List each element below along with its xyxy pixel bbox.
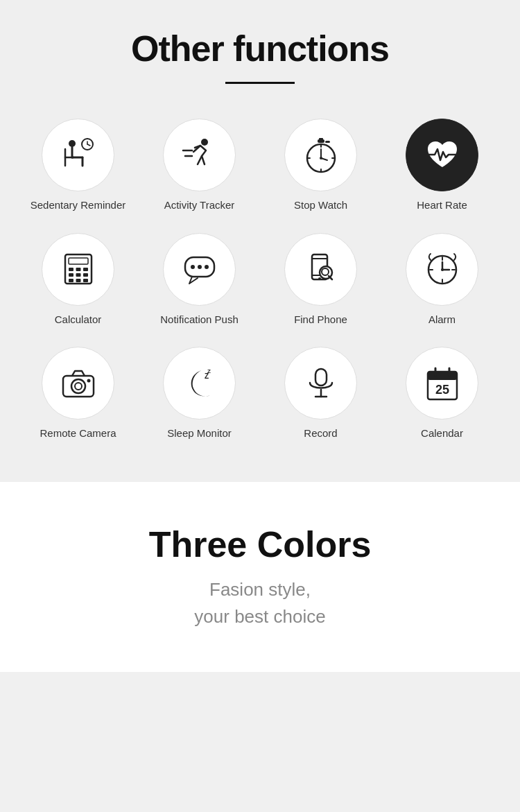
calendar-icon-circle: 25: [406, 347, 478, 420]
sedentary-reminder-icon: [58, 135, 98, 175]
svg-text:25: 25: [435, 383, 449, 397]
sleep-monitor-label: Sleep Monitor: [167, 426, 232, 440]
calculator-label: Calculator: [55, 313, 102, 327]
sleep-monitor-icon-circle: Z Z: [163, 347, 236, 420]
colors-subtitle: Fasion style,your best choice: [14, 576, 506, 630]
heart-rate-label: Heart Rate: [417, 198, 467, 212]
function-item-sedentary-reminder: Sedentary Reminder: [17, 112, 139, 219]
svg-point-56: [87, 379, 90, 382]
svg-point-35: [191, 265, 195, 269]
svg-line-8: [87, 144, 90, 146]
alarm-icon-circle: [406, 233, 478, 306]
svg-rect-14: [325, 141, 330, 143]
svg-point-9: [201, 139, 208, 146]
function-item-remote-camera: Remote Camera: [17, 340, 139, 447]
svg-rect-26: [76, 268, 80, 271]
stop-watch-icon: [301, 135, 341, 175]
activity-tracker-icon: [180, 135, 220, 175]
activity-tracker-icon-circle: [163, 119, 236, 191]
calculator-icon: [58, 249, 98, 289]
title-divider: [225, 82, 295, 84]
stop-watch-icon-circle: [284, 119, 357, 191]
remote-camera-label: Remote Camera: [40, 426, 116, 440]
functions-grid: Sedentary Reminder Activi: [17, 112, 503, 447]
svg-rect-33: [83, 279, 88, 282]
stop-watch-label: Stop Watch: [294, 198, 347, 212]
sedentary-reminder-label: Sedentary Reminder: [31, 198, 126, 212]
svg-point-54: [71, 379, 85, 393]
remote-camera-icon-circle: [42, 347, 114, 420]
page-title: Other functions: [14, 28, 506, 69]
svg-rect-63: [428, 372, 457, 380]
notification-push-label: Notification Push: [160, 313, 239, 327]
function-item-activity-tracker: Activity Tracker: [139, 112, 260, 219]
remote-camera-icon: [58, 363, 98, 404]
svg-rect-29: [76, 273, 80, 277]
record-icon: [301, 363, 341, 404]
heart-rate-icon-circle: [406, 119, 478, 191]
function-item-notification-push: Notification Push: [139, 226, 260, 334]
svg-text:Z: Z: [207, 368, 211, 374]
svg-rect-32: [76, 279, 80, 282]
svg-point-52: [441, 268, 444, 271]
svg-point-55: [75, 383, 82, 390]
function-item-stop-watch: Stop Watch: [260, 112, 381, 219]
svg-rect-27: [83, 268, 88, 271]
svg-point-37: [205, 265, 209, 269]
function-item-heart-rate: Heart Rate: [381, 112, 503, 219]
svg-point-41: [318, 277, 321, 280]
function-item-sleep-monitor: Z Z Sleep Monitor: [139, 340, 260, 447]
calendar-icon: 25: [422, 363, 462, 404]
notification-push-icon: [180, 249, 220, 289]
top-section: Other functions: [0, 0, 520, 482]
sleep-monitor-icon: Z Z: [180, 363, 220, 404]
function-item-find-phone: Find Phone: [260, 226, 381, 334]
svg-rect-59: [315, 369, 327, 386]
calendar-label: Calendar: [421, 426, 463, 440]
heart-rate-icon: [422, 135, 462, 175]
svg-point-36: [198, 265, 202, 269]
alarm-icon: [422, 249, 462, 289]
svg-point-22: [320, 157, 322, 159]
sedentary-reminder-icon-circle: [42, 119, 114, 191]
colors-title: Three Colors: [14, 524, 506, 565]
activity-tracker-label: Activity Tracker: [164, 198, 235, 212]
find-phone-icon-circle: [284, 233, 357, 306]
record-icon-circle: [284, 347, 357, 420]
svg-rect-28: [69, 273, 73, 277]
find-phone-icon: [301, 249, 341, 289]
svg-rect-25: [69, 268, 73, 271]
function-item-record: Record: [260, 340, 381, 447]
function-item-calculator: Calculator: [17, 226, 139, 334]
svg-rect-24: [69, 258, 88, 264]
alarm-label: Alarm: [428, 313, 456, 327]
find-phone-label: Find Phone: [294, 313, 347, 327]
notification-push-icon-circle: [163, 233, 236, 306]
svg-rect-13: [319, 138, 323, 141]
function-item-calendar: 25 Calendar: [381, 340, 503, 447]
record-label: Record: [304, 426, 337, 440]
function-item-alarm: Alarm: [381, 226, 503, 334]
svg-rect-30: [83, 273, 88, 277]
calculator-icon-circle: [42, 233, 114, 306]
svg-rect-31: [69, 279, 73, 282]
bottom-section: Three Colors Fasion style,your best choi…: [0, 482, 520, 672]
